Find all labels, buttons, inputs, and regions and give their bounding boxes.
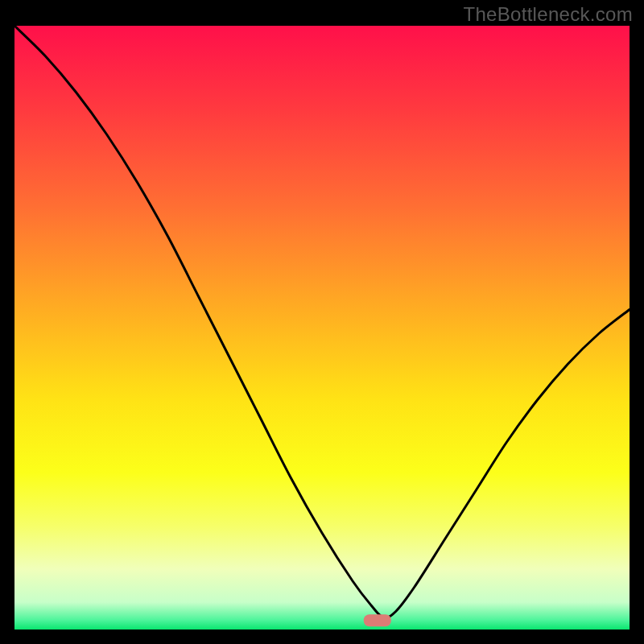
chart-svg [14, 26, 630, 630]
plot-area [14, 26, 630, 630]
chart-frame: TheBottleneck.com [0, 0, 644, 644]
watermark-text: TheBottleneck.com [463, 3, 633, 26]
optimal-marker [364, 614, 391, 626]
gradient-background [14, 26, 630, 630]
